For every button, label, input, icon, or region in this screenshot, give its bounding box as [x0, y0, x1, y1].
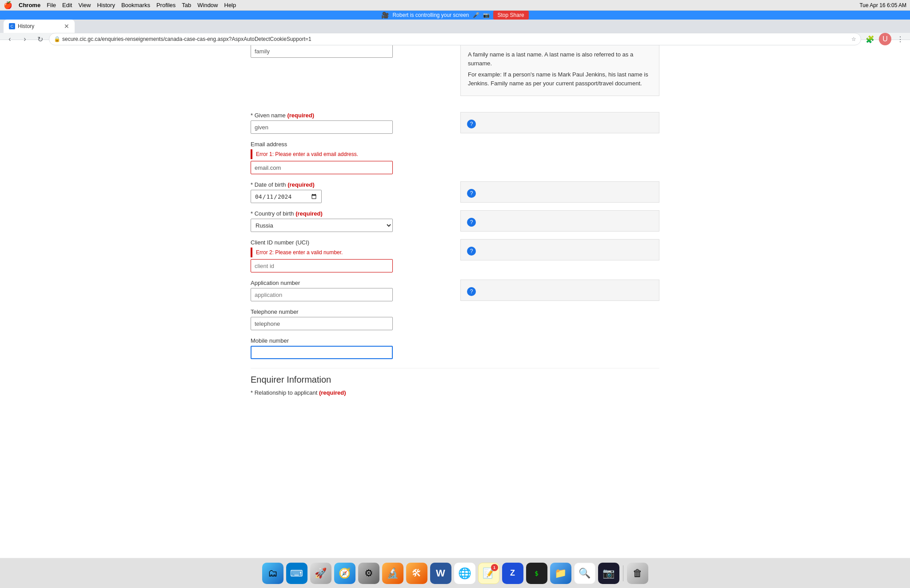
dob-row: * Date of birth (required) ? — [251, 181, 659, 203]
settings-icon: ⚙ — [364, 568, 373, 576]
given-name-row: * Given name (required) ? — [251, 112, 659, 134]
menubar-tab[interactable]: Tab — [182, 2, 191, 8]
terminal-icon: $ — [535, 570, 538, 576]
zoom-mic-icon[interactable]: 🎤 — [473, 12, 479, 18]
family-name-info-box: A family name is a last name. A last nam… — [460, 44, 659, 96]
stop-share-button[interactable]: Stop Share — [493, 11, 529, 20]
dock-item-chrome[interactable]: 🌐 — [454, 563, 475, 576]
zoom-video-icon[interactable]: 📷 — [483, 12, 490, 18]
email-row: Email address Error 1: Please enter a va… — [251, 141, 659, 174]
telephone-input[interactable] — [251, 317, 393, 330]
dob-input[interactable] — [251, 190, 322, 203]
dock-item-vscode[interactable]: ⌨ — [286, 563, 307, 576]
form-section: A family name is a last name. A last nam… — [242, 40, 668, 409]
extensions-button[interactable]: 🧩 — [864, 33, 876, 45]
enquirer-section-title: Enquirer Information — [251, 368, 659, 385]
forward-button[interactable]: › — [19, 33, 31, 45]
family-name-row: A family name is a last name. A last nam… — [251, 44, 659, 105]
dock-item-finder[interactable]: 🗂 — [262, 563, 283, 576]
menubar-window[interactable]: Window — [197, 2, 218, 8]
dock-item-terminal[interactable]: $ — [526, 563, 547, 576]
tab-bar: C History ✕ — [0, 20, 910, 33]
given-name-label: * Given name (required) — [251, 112, 455, 119]
zoom-notification-bar: 🎥 Robert is controlling your screen 🎤 📷 … — [0, 11, 910, 20]
camo-icon: 📷 — [603, 568, 615, 576]
given-name-help-icon[interactable]: ? — [467, 120, 476, 128]
dock-item-safari[interactable]: 🧭 — [334, 563, 355, 576]
given-name-required: (required) — [287, 112, 314, 119]
menubar-history[interactable]: History — [97, 2, 115, 8]
application-number-help-box: ? — [460, 280, 659, 301]
chrome-icon: 🌐 — [458, 567, 471, 576]
dock-item-launchpad[interactable]: 🚀 — [310, 563, 331, 576]
dock: 🗂 ⌨ 🚀 🧭 ⚙ 🔬 🛠 W 🌐 📝 1 Z $ 📁 🔍 📷 � — [0, 558, 910, 576]
dob-help-box: ? — [460, 181, 659, 203]
menubar-view[interactable]: View — [78, 2, 91, 8]
dock-item-radar[interactable]: 🔍 — [574, 563, 595, 576]
instruments-icon: 🔬 — [387, 568, 399, 576]
dock-item-camo[interactable]: 📷 — [598, 563, 619, 576]
country-help-box: ? — [460, 210, 659, 232]
back-button[interactable]: ‹ — [4, 33, 16, 45]
profile-button[interactable]: U — [879, 33, 891, 45]
client-id-input[interactable] — [251, 259, 393, 272]
application-number-input[interactable] — [251, 288, 393, 301]
mobile-label: Mobile number — [251, 337, 455, 344]
mobile-row: Mobile number — [251, 337, 659, 359]
country-required: (required) — [295, 210, 323, 217]
xcode-icon: 🛠 — [412, 568, 422, 576]
lock-icon: 🔒 — [54, 36, 60, 42]
zoom-app-icon: 🎥 — [381, 12, 389, 19]
apple-menu-icon[interactable]: 🍎 — [4, 1, 12, 9]
country-help-icon[interactable]: ? — [467, 218, 476, 227]
dob-help-icon[interactable]: ? — [467, 189, 476, 198]
telephone-row: Telephone number — [251, 308, 659, 330]
relationship-row: * Relationship to applicant (required) — [251, 389, 659, 398]
menubar-file[interactable]: File — [47, 2, 56, 8]
dock-item-trash[interactable]: 🗑 — [627, 563, 648, 576]
relationship-label: * Relationship to applicant (required) — [251, 389, 455, 396]
trash-icon: 🗑 — [633, 568, 643, 576]
menubar-edit[interactable]: Edit — [62, 2, 72, 8]
family-name-input[interactable] — [251, 44, 393, 58]
menubar-bookmarks[interactable]: Bookmarks — [121, 2, 150, 8]
menubar-chrome[interactable]: Chrome — [19, 2, 40, 8]
menu-button[interactable]: ⋮ — [894, 33, 906, 45]
dock-item-zoom[interactable]: Z — [502, 563, 523, 576]
telephone-label: Telephone number — [251, 308, 455, 315]
dock-item-xcode[interactable]: 🛠 — [406, 563, 427, 576]
country-select[interactable]: Russia Canada United States China India … — [251, 219, 393, 232]
dob-required: (required) — [287, 181, 315, 188]
menubar-help[interactable]: Help — [224, 2, 236, 8]
address-row: ‹ › ↻ 🔒 secure.cic.gc.ca/enquiries-rense… — [0, 33, 910, 45]
client-id-help-icon[interactable]: ? — [467, 247, 476, 256]
address-bar[interactable]: 🔒 secure.cic.gc.ca/enquiries-renseigneme… — [49, 33, 861, 45]
vscode-icon: ⌨ — [290, 568, 303, 576]
files-icon: 📁 — [555, 568, 567, 576]
email-label: Email address — [251, 141, 455, 148]
url-text: secure.cic.gc.ca/enquiries-renseignement… — [62, 36, 311, 42]
application-number-help-icon[interactable]: ? — [467, 287, 476, 296]
email-input[interactable] — [251, 161, 393, 174]
reload-button[interactable]: ↻ — [34, 33, 46, 45]
notes-badge: 1 — [491, 564, 498, 571]
menubar-profiles[interactable]: Profiles — [156, 2, 176, 8]
mobile-input[interactable] — [251, 346, 393, 359]
word-icon: W — [436, 568, 445, 576]
dock-item-files[interactable]: 📁 — [550, 563, 571, 576]
given-name-input[interactable] — [251, 120, 393, 134]
menubar: 🍎 Chrome File Edit View History Bookmark… — [0, 0, 910, 11]
tab-label: History — [18, 23, 34, 29]
dock-item-notes[interactable]: 📝 1 — [478, 563, 499, 576]
browser-tab-active[interactable]: C History ✕ — [4, 20, 75, 33]
tab-close-button[interactable]: ✕ — [64, 23, 69, 30]
dock-item-word[interactable]: W — [430, 563, 451, 576]
client-id-row: Client ID number (UCI) Error 2: Please e… — [251, 239, 659, 272]
safari-icon: 🧭 — [339, 568, 351, 576]
bookmark-star-icon[interactable]: ☆ — [851, 36, 856, 42]
dock-item-settings[interactable]: ⚙ — [358, 563, 379, 576]
radar-icon: 🔍 — [579, 568, 591, 576]
info-line2: For example: If a person's name is Mark … — [468, 70, 652, 88]
dock-item-instruments[interactable]: 🔬 — [382, 563, 403, 576]
client-id-error-banner: Error 2: Please enter a valid number. — [251, 248, 393, 257]
